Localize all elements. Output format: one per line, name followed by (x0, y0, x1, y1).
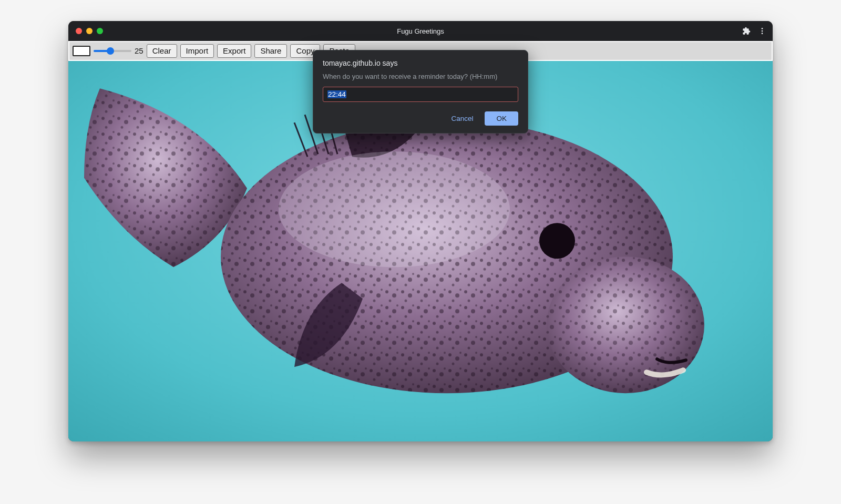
dialog-says: says (381, 59, 398, 67)
share-button[interactable]: Share (254, 44, 287, 58)
ok-button[interactable]: OK (485, 111, 518, 126)
svg-point-18 (279, 151, 510, 267)
window-title: Fugu Greetings (68, 27, 773, 35)
brush-size-control: 25 (94, 46, 143, 56)
dialog-title: tomayac.github.io says (323, 59, 518, 67)
dialog-host: tomayac.github.io (323, 59, 381, 67)
prompt-dialog: tomayac.github.io says When do you want … (313, 50, 528, 133)
export-button[interactable]: Export (217, 44, 251, 58)
cancel-button[interactable]: Cancel (446, 111, 478, 126)
dialog-message: When do you want to receive a reminder t… (323, 73, 518, 80)
brush-size-slider[interactable] (94, 46, 131, 56)
import-button[interactable]: Import (180, 44, 214, 58)
clear-button[interactable]: Clear (147, 44, 177, 58)
titlebar: Fugu Greetings (68, 21, 773, 41)
brush-size-value: 25 (135, 46, 143, 55)
dialog-actions: Cancel OK (323, 111, 518, 126)
color-swatch[interactable] (73, 46, 90, 56)
dialog-input-value: 22:44 (327, 90, 346, 98)
slider-thumb[interactable] (107, 47, 114, 55)
dialog-input[interactable]: 22:44 (323, 87, 518, 102)
app-window: Fugu Greetings 25 (68, 21, 773, 441)
svg-point-13 (539, 223, 575, 259)
